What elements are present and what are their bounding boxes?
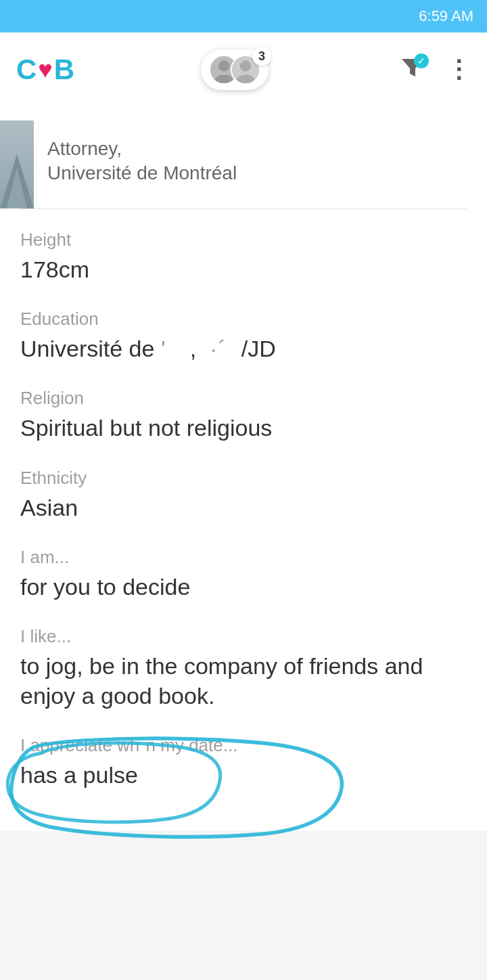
filter-check-icon: ✓ <box>417 55 425 66</box>
field-appreciate: I appreciate wh n my date... has a pulse <box>20 735 467 830</box>
education-label: Education <box>20 309 467 330</box>
i-like-value: to jog, be in the company of friends and… <box>20 651 467 711</box>
profile-job: Attorney, <box>47 138 467 160</box>
profile-info-header: Attorney, Université de Montréal <box>34 131 487 198</box>
appreciate-label: I appreciate wh n my date... <box>20 735 467 756</box>
filter-badge: ✓ <box>414 53 429 68</box>
height-value: 178cm <box>20 254 467 284</box>
match-center: 3 <box>201 49 269 90</box>
app-logo[interactable]: C ♥ B <box>16 53 74 86</box>
match-bubble[interactable]: 3 <box>201 49 269 90</box>
field-ethnicity: Ethnicity Asian <box>20 468 467 522</box>
svg-point-4 <box>240 60 251 71</box>
match-count: 3 <box>252 47 271 66</box>
profile-photo-strip <box>0 120 34 208</box>
status-icons: 6:59 AM <box>419 7 473 25</box>
height-label: Height <box>20 229 467 250</box>
nav-right: ✓ ⋮ <box>395 52 471 87</box>
svg-point-1 <box>218 60 229 71</box>
ethnicity-label: Ethnicity <box>20 468 467 489</box>
status-bar: 6:59 AM <box>0 0 487 32</box>
appreciate-value: has a pulse <box>20 760 138 790</box>
logo-heart: ♥ <box>38 55 52 84</box>
divider <box>20 208 467 209</box>
field-religion: Religion Spiritual but not religious <box>20 388 467 443</box>
field-height: Height 178cm <box>20 229 467 284</box>
i-am-value: for you to decide <box>20 572 467 602</box>
field-i-am: I am... for you to decide <box>20 547 467 602</box>
i-am-label: I am... <box>20 547 467 568</box>
profile-header: Attorney, Université de Montréal <box>0 107 487 208</box>
i-like-label: I like... <box>20 626 467 647</box>
religion-label: Religion <box>20 388 467 409</box>
profile-school: Université de Montréal <box>47 162 467 184</box>
status-time: 6:59 AM <box>419 7 473 25</box>
ethnicity-value: Asian <box>20 493 467 522</box>
more-menu-button[interactable]: ⋮ <box>446 55 471 84</box>
logo-b: B <box>54 53 74 86</box>
education-value: Université de ' , ·´ /JD <box>20 334 467 363</box>
logo-c: C <box>16 53 37 86</box>
religion-value: Spiritual but not religious <box>20 413 467 443</box>
field-education: Education Université de ' , ·´ /JD <box>20 309 467 363</box>
main-content: Height 178cm Education Université de ' ,… <box>0 208 487 831</box>
filter-button[interactable]: ✓ <box>395 52 430 87</box>
nav-bar: C ♥ B <box>0 32 487 107</box>
field-i-like: I like... to jog, be in the company of f… <box>20 626 467 711</box>
